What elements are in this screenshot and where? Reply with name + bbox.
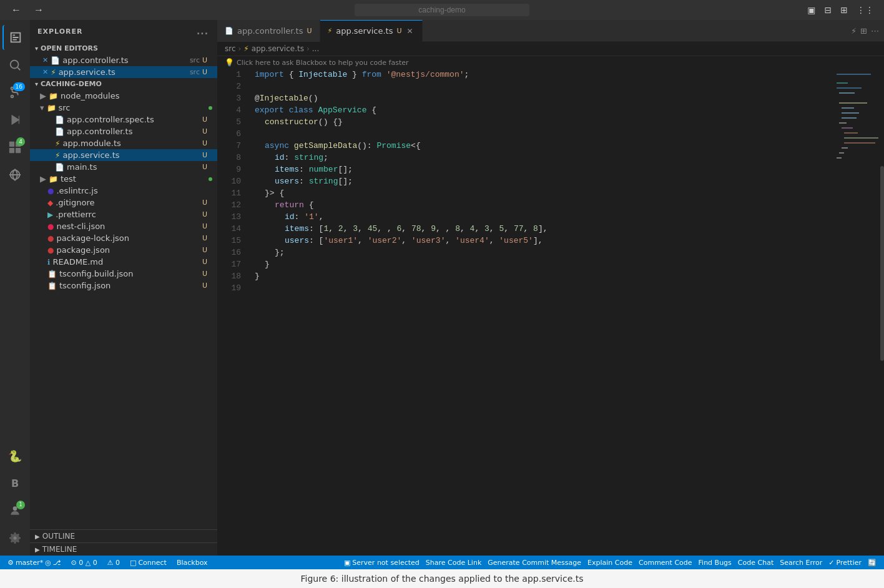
activity-search[interactable] bbox=[2, 52, 27, 77]
file-badge-pkg-lock: U bbox=[202, 234, 212, 242]
status-commit[interactable]: Generate Commit Message bbox=[485, 556, 584, 569]
file-badge-u2: U bbox=[202, 68, 212, 76]
project-title[interactable]: ▾ CACHING-DEMO bbox=[30, 78, 217, 90]
list-item[interactable]: ℹ README.md U bbox=[30, 256, 217, 268]
forward-button[interactable]: → bbox=[30, 3, 47, 17]
status-settings-icon[interactable]: 🔄 bbox=[865, 556, 879, 569]
code-line-8: id: string; bbox=[255, 152, 827, 164]
minimap bbox=[834, 69, 884, 556]
svg-rect-17 bbox=[842, 112, 859, 114]
search-input[interactable] bbox=[355, 4, 529, 16]
src-dot bbox=[209, 106, 212, 110]
comment-label: Comment Code bbox=[639, 559, 692, 567]
list-item[interactable]: ▶ 📁 node_modules bbox=[30, 90, 217, 102]
list-item[interactable]: ▶ .prettierrc U bbox=[30, 208, 217, 220]
sidebar-title: EXPLORER bbox=[37, 27, 82, 36]
status-bugs[interactable]: Find Bugs bbox=[696, 556, 734, 569]
timeline-title[interactable]: ▶ TIMELINE bbox=[30, 543, 217, 556]
status-search-error[interactable]: Search Error bbox=[777, 556, 825, 569]
code-line-16: }; bbox=[255, 247, 827, 258]
status-errors[interactable]: ⊙ 0 △ 0 bbox=[68, 556, 99, 569]
close-icon-1[interactable]: ✕ bbox=[42, 56, 48, 64]
code-content[interactable]: import { Injectable } from '@nestjs/comm… bbox=[247, 69, 834, 556]
list-item[interactable]: ⚡ app.module.ts U bbox=[30, 137, 217, 149]
open-editors-title[interactable]: ▾ OPEN EDITORS bbox=[30, 42, 217, 54]
activity-remote[interactable] bbox=[2, 162, 27, 187]
activity-python[interactable]: 🐍 bbox=[2, 443, 27, 468]
activity-settings[interactable] bbox=[2, 526, 27, 551]
svg-rect-10 bbox=[834, 69, 884, 256]
share-label: Share Code Link bbox=[426, 559, 481, 567]
activity-explorer[interactable] bbox=[2, 25, 27, 50]
file-name-controller-open: app.controller.ts bbox=[62, 56, 190, 65]
svg-rect-25 bbox=[839, 152, 844, 154]
list-item[interactable]: 📋 tsconfig.json U bbox=[30, 280, 217, 292]
list-item[interactable]: 📄 app.controller.ts U bbox=[30, 125, 217, 137]
tab-action-split[interactable]: ⚡ bbox=[851, 26, 857, 36]
svg-rect-4 bbox=[9, 142, 14, 147]
project-section: ▾ CACHING-DEMO ▶ 📁 node_modules ▾ 📁 src bbox=[30, 78, 217, 292]
status-blackbox[interactable]: Blackbox bbox=[174, 556, 210, 569]
window-icon-1[interactable]: ▣ bbox=[805, 4, 818, 16]
minimap-scrollbar[interactable] bbox=[880, 166, 884, 361]
code-line-3: @Injectable() bbox=[255, 92, 827, 104]
activity-accounts[interactable]: 1 bbox=[2, 498, 27, 523]
tab-close-service[interactable]: ✕ bbox=[405, 26, 414, 37]
code-line-12: return { bbox=[255, 199, 827, 211]
status-prettier[interactable]: ✓ Prettier bbox=[826, 556, 864, 569]
breadcrumb-file[interactable]: app.service.ts bbox=[252, 44, 304, 53]
back-button[interactable]: ← bbox=[7, 3, 25, 17]
explain-label: Explain Code bbox=[587, 559, 632, 567]
list-item[interactable]: ● package-lock.json U bbox=[30, 232, 217, 244]
window-icon-2[interactable]: ⊟ bbox=[822, 4, 835, 16]
b-label[interactable]: B bbox=[2, 471, 27, 496]
file-badge-tsconfig: U bbox=[202, 282, 212, 290]
status-comment[interactable]: Comment Code bbox=[636, 556, 695, 569]
breadcrumb-src[interactable]: src bbox=[225, 44, 236, 53]
code-editor[interactable]: 1 2 3 4 5 6 7 8 9 10 11 12 13 14 15 16 1… bbox=[217, 69, 884, 556]
window-icon-4[interactable]: ⋮⋮ bbox=[854, 4, 877, 16]
list-item[interactable]: ● .eslintrc.js bbox=[30, 185, 217, 197]
list-item[interactable]: ✕ 📄 app.controller.ts src U bbox=[30, 54, 217, 66]
list-item[interactable]: 📋 tsconfig.build.json U bbox=[30, 268, 217, 280]
code-line-17: } bbox=[255, 258, 827, 270]
status-server[interactable]: ▣ Server not selected bbox=[341, 556, 422, 569]
list-item[interactable]: ● nest-cli.json U bbox=[30, 220, 217, 232]
module-icon: ⚡ bbox=[55, 139, 60, 148]
breadcrumb-more[interactable]: ... bbox=[312, 44, 319, 53]
status-chat[interactable]: Code Chat bbox=[735, 556, 776, 569]
file-name-module: app.module.ts bbox=[62, 139, 202, 148]
activity-extensions[interactable]: 4 bbox=[2, 135, 27, 160]
status-connect[interactable]: □ Connect bbox=[127, 556, 169, 569]
file-badge-module: U bbox=[202, 139, 212, 147]
tab-badge-service: U bbox=[396, 27, 401, 35]
outline-title[interactable]: ▶ OUTLINE bbox=[30, 530, 217, 542]
status-share[interactable]: Share Code Link bbox=[423, 556, 484, 569]
list-item[interactable]: ◆ .gitignore U bbox=[30, 197, 217, 208]
status-explain[interactable]: Explain Code bbox=[585, 556, 635, 569]
activity-run[interactable] bbox=[2, 107, 27, 132]
svg-rect-13 bbox=[837, 87, 862, 89]
file-badge-u1: U bbox=[202, 56, 212, 64]
list-item[interactable]: ● package.json U bbox=[30, 244, 217, 256]
folder-icon-src: 📁 bbox=[47, 104, 56, 112]
tab-action-more[interactable]: ⋯ bbox=[871, 26, 879, 36]
tab-action-layout[interactable]: ⊞ bbox=[860, 26, 867, 36]
status-warnings[interactable]: ⚠ 0 bbox=[105, 556, 122, 569]
list-item[interactable]: ✕ ⚡ app.service.ts src U bbox=[30, 66, 217, 78]
code-line-18: } bbox=[255, 270, 827, 282]
sidebar-more-icon[interactable]: ... bbox=[195, 25, 210, 37]
fork-icon: ⎇ bbox=[53, 559, 61, 567]
list-item[interactable]: ▾ 📁 src bbox=[30, 102, 217, 114]
window-icon-3[interactable]: ⊞ bbox=[838, 4, 850, 16]
close-icon-2[interactable]: ✕ bbox=[42, 68, 48, 76]
blackbox-hint[interactable]: 💡 Click here to ask Blackbox to help you… bbox=[217, 56, 884, 69]
activity-source-control[interactable]: 16 bbox=[2, 80, 27, 105]
status-branch[interactable]: ⚙ master* ◎ ⎇ bbox=[5, 556, 63, 569]
list-item[interactable]: 📄 main.ts U bbox=[30, 161, 217, 173]
tab-app-controller[interactable]: 📄 app.controller.ts U bbox=[217, 20, 320, 42]
list-item[interactable]: ⚡ app.service.ts U bbox=[30, 149, 217, 161]
list-item[interactable]: 📄 app.controller.spec.ts U bbox=[30, 114, 217, 125]
tab-app-service[interactable]: ⚡ app.service.ts U ✕ bbox=[320, 20, 423, 42]
list-item[interactable]: ▶ 📁 test bbox=[30, 173, 217, 185]
